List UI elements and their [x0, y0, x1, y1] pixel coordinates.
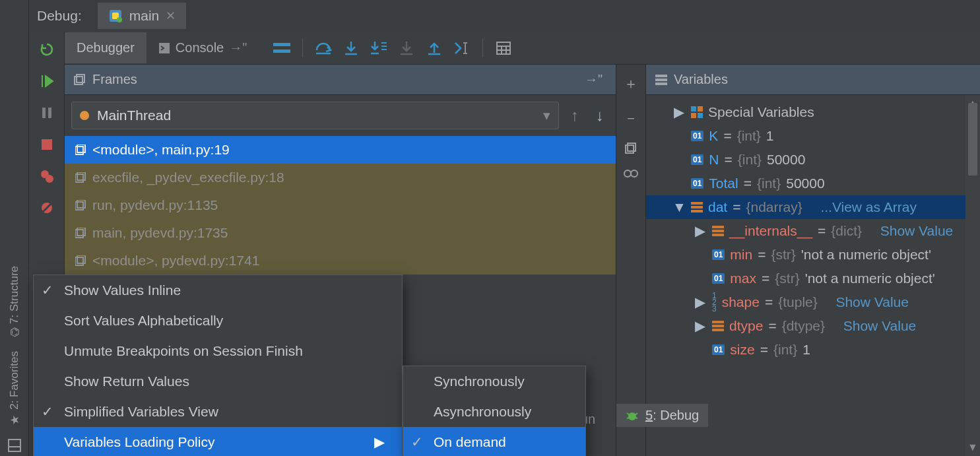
thread-selector[interactable]: MainThread ▾ — [71, 102, 559, 129]
svg-point-4 — [117, 17, 122, 22]
attach-console-icon: →" — [229, 40, 247, 55]
layout-icon[interactable] — [8, 439, 21, 452]
variable-name: shape — [722, 294, 760, 310]
threads-icon[interactable] — [271, 37, 293, 59]
resume-icon[interactable] — [38, 73, 55, 90]
context-menu-item[interactable]: ✓Show Values Inline — [34, 275, 402, 306]
tab-debugger[interactable]: Debugger — [65, 32, 147, 63]
array-badge-icon — [691, 202, 703, 212]
variable-action-link[interactable]: Show Value — [835, 294, 909, 310]
frame-label: run, pydevd.py:1135 — [92, 197, 218, 213]
frame-icon — [75, 200, 86, 211]
frame-item[interactable]: main, pydevd.py:1735 — [65, 219, 616, 247]
python-file-icon — [108, 9, 123, 23]
variable-action-link[interactable]: ...View as Array — [820, 199, 917, 215]
show-watches-icon[interactable] — [623, 169, 639, 178]
context-menu-item[interactable]: Show Return Values — [34, 366, 402, 397]
expand-icon[interactable]: ▶ — [694, 223, 707, 239]
variable-name: N — [709, 152, 719, 168]
run-to-cursor-icon[interactable] — [451, 37, 473, 59]
variable-value: 1 — [802, 342, 810, 358]
frame-item[interactable]: execfile, _pydev_execfile.py:18 — [65, 164, 616, 191]
frame-item[interactable]: run, pydevd.py:1135 — [65, 191, 616, 219]
variable-type: {dict} — [831, 223, 862, 239]
rerun-icon[interactable] — [38, 41, 55, 58]
step-out-icon[interactable] — [423, 37, 445, 59]
sidebar-tab-favorites[interactable]: ★ 2: Favorites — [8, 351, 21, 427]
frame-item[interactable]: <module>, pydevd.py:1741 — [65, 247, 616, 275]
context-menu-item[interactable]: Variables Loading Policy▶ — [34, 427, 402, 456]
frame-label: execfile, _pydev_execfile.py:18 — [92, 170, 284, 185]
next-frame-icon[interactable]: ↓ — [591, 106, 609, 125]
frames-panel-header: Frames →" — [65, 65, 616, 95]
expand-icon[interactable]: ▶ — [694, 318, 707, 334]
svg-rect-39 — [77, 172, 85, 180]
context-submenu-item[interactable]: Synchronously — [403, 366, 585, 397]
scroll-thumb[interactable] — [968, 103, 977, 176]
breakpoints-icon[interactable] — [38, 168, 55, 185]
expand-icon[interactable]: ▼ — [672, 199, 686, 215]
sidebar-tab-label: 2: Favorites — [8, 351, 21, 410]
variable-row[interactable]: ▶ dtype = {dtype} Show Value — [646, 314, 980, 338]
variable-row[interactable]: ▼ dat = {ndarray} ...View as Array — [646, 195, 980, 219]
variable-action-link[interactable]: Show Value — [880, 223, 954, 239]
svg-line-60 — [635, 413, 637, 415]
tab-console[interactable]: Console →" — [147, 32, 259, 63]
variable-row[interactable]: 01 K = {int} 1 — [646, 124, 980, 148]
context-menu-item[interactable]: ✓Simplified Variables View — [34, 397, 402, 427]
step-over-icon[interactable] — [312, 37, 335, 59]
step-into-mycode-icon[interactable] — [368, 37, 390, 59]
svg-rect-0 — [9, 440, 20, 451]
variable-row[interactable]: 01 N = {int} 50000 — [646, 148, 980, 172]
thread-name: MainThread — [97, 108, 171, 123]
close-icon[interactable]: ✕ — [166, 9, 176, 23]
svg-point-9 — [46, 175, 53, 183]
remove-watch-icon[interactable]: － — [624, 108, 638, 128]
frame-label: main, pydevd.py:1735 — [92, 225, 228, 241]
context-menu-label: Show Return Values — [64, 374, 189, 389]
context-submenu-item[interactable]: ✓On demand — [403, 427, 585, 456]
variable-row[interactable]: 01 size = {int} 1 — [646, 338, 980, 362]
variables-icon — [655, 75, 667, 85]
step-into-icon[interactable] — [340, 37, 362, 59]
variable-type: {dtype} — [782, 318, 825, 334]
frame-label: <module>, pydevd.py:1741 — [92, 253, 259, 269]
prev-frame-icon[interactable]: ↑ — [566, 106, 584, 125]
context-menu-item[interactable]: Sort Values Alphabetically — [34, 306, 402, 336]
svg-rect-41 — [77, 200, 85, 208]
debug-toolwindow-button[interactable]: 5: Debug — [616, 404, 708, 427]
variables-context-menu[interactable]: ✓Show Values InlineSort Values Alphabeti… — [33, 275, 403, 456]
mute-breakpoints-icon[interactable] — [38, 199, 55, 216]
variable-row[interactable]: 01 min = {str} 'not a numeric object' — [646, 243, 980, 267]
variables-scrollbar[interactable]: ▲ ▼ — [965, 95, 980, 456]
debug-run-tab[interactable]: main ✕ — [98, 3, 187, 29]
variable-action-link[interactable]: Show Value — [843, 318, 917, 334]
svg-rect-35 — [77, 75, 84, 82]
svg-point-50 — [631, 170, 637, 177]
svg-line-59 — [627, 413, 630, 415]
duplicate-watch-icon[interactable] — [625, 143, 637, 154]
variable-row[interactable]: 01 Total = {int} 50000 — [646, 172, 980, 195]
variable-row[interactable]: 01 max = {str} 'not a numeric object' — [646, 267, 980, 290]
context-menu-item[interactable]: Unmute Breakpoints on Session Finish — [34, 336, 402, 366]
expand-icon[interactable]: ▶ — [672, 104, 686, 120]
new-watch-icon[interactable]: ＋ — [624, 74, 638, 94]
expand-icon[interactable]: ▶ — [694, 294, 707, 310]
restore-layout-icon[interactable]: →" — [585, 72, 603, 87]
loading-policy-submenu[interactable]: SynchronouslyAsynchronously✓On demand — [403, 366, 586, 456]
stop-icon[interactable] — [38, 136, 55, 153]
evaluate-expression-icon[interactable] — [492, 37, 515, 59]
variable-row[interactable]: ▶ Special Variables — [646, 100, 980, 124]
variable-name: Total — [709, 176, 738, 191]
force-step-into-icon[interactable] — [395, 37, 418, 59]
frame-icon — [75, 145, 86, 155]
variable-row[interactable]: ▶ __internals__ = {dict} Show Value — [646, 219, 980, 243]
pause-icon[interactable] — [38, 104, 55, 121]
context-submenu-item[interactable]: Asynchronously — [403, 397, 585, 427]
svg-rect-53 — [655, 82, 667, 85]
frame-item[interactable]: <module>, main.py:19 — [65, 136, 616, 164]
sidebar-tab-structure[interactable]: ⌬ 7: Structure — [8, 266, 21, 338]
variable-row[interactable]: ▶123 shape = {tuple} Show Value — [646, 290, 980, 314]
variable-value: 1 — [766, 128, 774, 144]
scroll-down-icon[interactable]: ▼ — [965, 441, 980, 453]
